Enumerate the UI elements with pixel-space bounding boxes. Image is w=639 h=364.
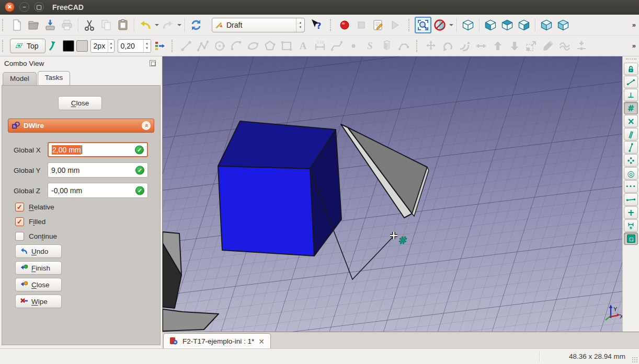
toolbar-overflow-chevron[interactable]: » — [632, 42, 635, 50]
copy-button[interactable] — [98, 17, 115, 33]
macro-record-button[interactable] — [336, 17, 353, 33]
line-width-spinbox[interactable]: 2px ▲▼ — [90, 39, 115, 53]
toolbar-drag-handle[interactable] — [626, 58, 636, 62]
draft-wire-to-bspline-button[interactable] — [556, 38, 573, 54]
filled-checkbox[interactable] — [15, 217, 24, 226]
window-maximize-button[interactable]: ▢ — [34, 2, 44, 12]
snap-perpendicular-button[interactable]: ⊥ — [624, 89, 638, 101]
workbench-selector[interactable]: Draft ▲▼ — [212, 18, 305, 32]
global-z-input[interactable]: -0,00 mm — [48, 183, 148, 198]
draft-add-point-button[interactable] — [573, 38, 590, 54]
face-color-swatch[interactable] — [76, 40, 88, 52]
draft-facebinder-button[interactable] — [379, 38, 395, 54]
snap-lock-button[interactable] — [624, 63, 638, 75]
toolbar-drag-handle[interactable] — [2, 19, 6, 31]
draft-wire-button[interactable] — [195, 38, 211, 54]
draft-upgrade-button[interactable] — [489, 38, 506, 54]
draft-dimension-button[interactable] — [312, 38, 328, 54]
global-x-input[interactable]: 2,00 mm — [48, 142, 148, 157]
snap-intersection-button[interactable]: × — [624, 115, 638, 127]
workbench-spinner[interactable]: ▲▼ — [296, 18, 304, 32]
snap-working-plane-button[interactable] — [624, 232, 638, 245]
toolbar-drag-handle[interactable] — [330, 19, 334, 31]
view-axonometric-button[interactable] — [460, 17, 476, 33]
toolbar-drag-handle[interactable] — [408, 19, 413, 31]
redo-button[interactable] — [159, 17, 176, 33]
snap-grid-button[interactable]: # — [624, 102, 638, 114]
draft-point-button[interactable] — [345, 38, 362, 54]
draft-downgrade-button[interactable] — [506, 38, 523, 54]
draft-bezier-button[interactable] — [395, 38, 412, 54]
dwire-header[interactable]: DWire » — [8, 119, 154, 133]
tab-tasks[interactable]: Tasks — [38, 71, 71, 85]
close-task-button[interactable]: Close — [15, 278, 62, 291]
new-document-button[interactable] — [8, 17, 25, 33]
tab-model[interactable]: Model — [3, 72, 37, 85]
draw-style-dropdown[interactable] — [448, 17, 454, 33]
window-close-button[interactable]: ✕ — [5, 2, 15, 12]
document-tab-close-icon[interactable]: ✕ — [258, 337, 265, 346]
finish-task-button[interactable]: Finish — [15, 261, 62, 275]
snap-near-button[interactable] — [624, 76, 638, 88]
view-bottom-button[interactable] — [555, 17, 572, 33]
toolbar-drag-handle[interactable] — [172, 40, 176, 52]
snap-toggle-button[interactable] — [47, 38, 62, 54]
macro-run-button[interactable] — [386, 17, 403, 33]
draw-style-button[interactable] — [431, 17, 448, 33]
redo-dropdown[interactable] — [176, 17, 182, 33]
draft-text-button[interactable]: A — [295, 38, 312, 54]
undo-button[interactable] — [137, 17, 154, 33]
float-panel-icon[interactable] — [150, 60, 156, 66]
wipe-task-button[interactable]: Wipe — [15, 295, 62, 308]
fit-all-button[interactable] — [415, 17, 431, 33]
apply-style-button[interactable] — [153, 38, 167, 54]
resize-grip[interactable] — [632, 357, 638, 363]
draft-line-button[interactable] — [178, 38, 195, 54]
line-color-swatch[interactable] — [63, 40, 74, 52]
whats-this-button[interactable] — [308, 17, 325, 33]
snap-angle-button[interactable] — [624, 193, 638, 206]
print-button[interactable] — [59, 17, 75, 33]
macro-edit-button[interactable] — [370, 17, 386, 33]
draft-arc-button[interactable] — [228, 38, 245, 54]
scale-spinbox[interactable]: 0,20 ▲▼ — [118, 39, 151, 53]
snap-center-button[interactable]: ◎ — [624, 167, 638, 180]
task-close-button[interactable]: Close — [58, 96, 102, 110]
draft-ellipse-button[interactable] — [245, 38, 261, 54]
cut-button[interactable] — [81, 17, 98, 33]
relative-checkbox-row[interactable]: Relative — [15, 202, 54, 212]
working-plane-button[interactable]: Top — [10, 39, 45, 53]
draft-shapestring-button[interactable]: S — [362, 38, 379, 54]
open-document-button[interactable] — [25, 17, 42, 33]
refresh-button[interactable] — [188, 17, 204, 33]
toolbar-drag-handle[interactable] — [416, 40, 420, 52]
view-top-button[interactable] — [499, 17, 516, 33]
line-width-spinner[interactable]: ▲▼ — [108, 40, 113, 52]
draft-circle-button[interactable] — [211, 38, 228, 54]
relative-checkbox[interactable] — [15, 203, 24, 212]
view-front-button[interactable] — [482, 17, 499, 33]
view-right-button[interactable] — [516, 17, 532, 33]
undo-task-button[interactable]: Undo — [15, 244, 62, 258]
3d-viewport[interactable]: # Y X — [162, 56, 622, 332]
continue-checkbox[interactable] — [15, 232, 24, 241]
snap-midpoint-button[interactable] — [624, 154, 638, 167]
global-y-input[interactable]: 9,00 mm — [48, 162, 148, 178]
snap-extension-button[interactable]: + — [624, 206, 638, 219]
continue-checkbox-row[interactable]: Continue — [15, 231, 57, 241]
draft-edit-button[interactable] — [540, 38, 556, 54]
draft-rotate-button[interactable] — [439, 38, 456, 54]
macro-stop-button[interactable] — [353, 17, 370, 33]
snap-dimensions-button[interactable] — [624, 219, 638, 232]
draft-offset-button[interactable] — [456, 38, 473, 54]
snap-ortho-button[interactable]: ••• — [624, 180, 638, 193]
toolbar-drag-handle[interactable] — [2, 40, 6, 52]
draft-polygon-button[interactable] — [261, 38, 278, 54]
document-tab[interactable]: F2-T17-ejemplo-ini : 1* ✕ — [163, 333, 271, 349]
snap-parallel-button[interactable]: ∥ — [624, 128, 638, 140]
undo-dropdown[interactable] — [154, 17, 159, 33]
draft-bspline-button[interactable] — [328, 38, 345, 54]
collapse-section-icon[interactable]: » — [142, 121, 151, 130]
paste-button[interactable] — [115, 17, 131, 33]
draft-trimex-button[interactable] — [473, 38, 489, 54]
